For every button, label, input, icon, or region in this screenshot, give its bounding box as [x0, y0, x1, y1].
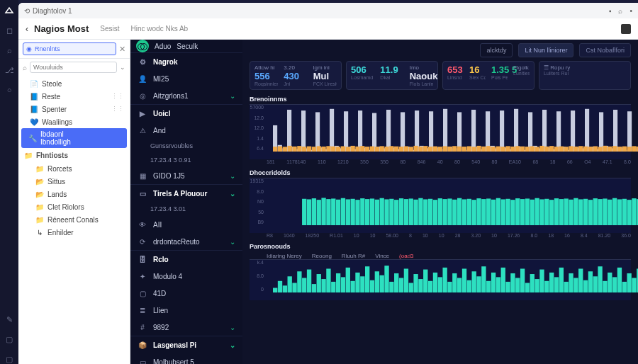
- metric-sublabel: FCX Liresiton: [313, 81, 337, 86]
- svg-rect-171: [355, 200, 359, 225]
- back-icon[interactable]: ‹: [26, 24, 28, 34]
- nav-group-header[interactable]: 📦Lasgenasl Pi⌄: [130, 336, 242, 353]
- edit-icon[interactable]: ✎: [4, 314, 14, 324]
- metric-card: 653Linsnd Non16Siex Colund Ned1.35 5Pols…: [442, 61, 535, 90]
- tree-subitem[interactable]: ↳Enhilder: [18, 226, 130, 239]
- svg-rect-106: [409, 147, 413, 152]
- svg-rect-228: [632, 198, 636, 225]
- chevron-down-icon[interactable]: ⌄: [120, 64, 125, 71]
- nav-item[interactable]: 👤MI25: [130, 70, 242, 87]
- browser-tab[interactable]: ⟲ Diaghtolov 1: [24, 7, 72, 15]
- brand-logo-icon[interactable]: [136, 40, 149, 52]
- svg-rect-301: [617, 268, 622, 292]
- tree-item-label: Rorcets: [47, 165, 72, 173]
- tree-item-selected[interactable]: 🔧IbdaonlIbndolligh: [21, 128, 127, 148]
- svg-rect-245: [346, 268, 350, 292]
- svg-rect-194: [467, 199, 471, 225]
- svg-rect-18: [358, 110, 362, 152]
- svg-rect-196: [476, 198, 481, 225]
- svg-rect-140: [573, 147, 578, 152]
- svg-rect-275: [491, 273, 496, 292]
- more-icon[interactable]: •: [629, 7, 632, 15]
- nav-item[interactable]: 👁AII: [130, 216, 242, 233]
- svg-rect-278: [505, 282, 510, 292]
- svg-rect-27: [401, 112, 405, 152]
- action-button-1[interactable]: Lit Nun lliniorer: [518, 43, 573, 57]
- dot-icon[interactable]: ○: [4, 85, 14, 95]
- nav-group-header[interactable]: 🗄Rclo: [130, 251, 242, 268]
- tree-section-header[interactable]: 📁Fhntiosts: [18, 148, 130, 162]
- nav-link-seculk[interactable]: Seculk: [177, 42, 198, 50]
- nav-item[interactable]: ✦Modulo 4: [130, 268, 242, 285]
- chevron-down-icon: ⌄: [230, 172, 235, 180]
- svg-rect-145: [598, 147, 602, 152]
- svg-rect-100: [380, 146, 384, 152]
- svg-rect-57: [542, 110, 547, 152]
- svg-rect-103: [394, 147, 398, 152]
- svg-rect-293: [578, 268, 583, 292]
- nav-group-header[interactable]: ▭Tirels A Plouour⌄: [130, 185, 242, 202]
- svg-rect-141: [578, 146, 583, 152]
- tree-subitem[interactable]: 📁Réneent Conals: [18, 213, 130, 226]
- svg-rect-230: [273, 288, 277, 292]
- svg-rect-299: [608, 273, 612, 292]
- grip-icon[interactable]: ⋮⋮: [111, 106, 124, 113]
- crumb-2[interactable]: Hinc wodc Nks Ab: [131, 25, 189, 33]
- nav-group-header[interactable]: ⚙Nagrok: [130, 53, 242, 70]
- svg-rect-241: [326, 268, 330, 292]
- action-button-2[interactable]: Cst Nobaflfori: [579, 43, 631, 57]
- tree-subitem[interactable]: 📁Clet Riolors: [18, 200, 130, 213]
- nav-item[interactable]: ≣Llien: [130, 302, 242, 319]
- pkg-icon: 📦: [138, 340, 147, 350]
- tree-item[interactable]: 💙Waaliings: [18, 115, 130, 128]
- svg-rect-102: [389, 146, 393, 152]
- metric-sublabel: Rogsinnieri: [254, 81, 278, 86]
- nav-item-label: And: [153, 127, 166, 135]
- zoom-icon[interactable]: ⌕: [618, 7, 622, 15]
- nav-item[interactable]: ⟳drdontacReuto⌄: [130, 233, 242, 250]
- nav-item[interactable]: ▦GIDO 1J5⌄: [130, 167, 242, 184]
- nav-item[interactable]: ▢41D: [130, 285, 242, 302]
- crumb-1[interactable]: Sesist: [100, 25, 119, 33]
- svg-rect-90: [331, 147, 335, 152]
- topbar-square-icon[interactable]: [621, 24, 631, 34]
- tree-item[interactable]: 📄Steole: [18, 77, 130, 90]
- nav-item[interactable]: ▭Molbubsert 5: [130, 353, 242, 364]
- box1-icon[interactable]: ▢: [4, 334, 14, 344]
- svg-rect-89: [326, 146, 330, 152]
- tree-subitem[interactable]: 📁Rorcets: [18, 162, 130, 175]
- search-icon[interactable]: ⌕: [4, 45, 14, 55]
- tree-item[interactable]: 📘Spenter⋮⋮: [18, 103, 130, 115]
- filter-box[interactable]: ◉ Rnenlnts: [23, 42, 116, 55]
- metric-sublabel: Pols Peniiilons: [491, 75, 508, 80]
- close-icon[interactable]: ✕: [119, 45, 125, 54]
- tree-subitem[interactable]: 📂Sittus: [18, 175, 130, 188]
- sq-icon: ▢: [138, 288, 147, 298]
- nav-item[interactable]: ◎Aitzgrlons1⌄: [130, 87, 242, 104]
- tree: 📄Steole📘Reste⋮⋮📘Spenter⋮⋮💙Waaliings🔧Ibda…: [18, 76, 130, 364]
- nav-item[interactable]: #9892⌄: [130, 319, 242, 336]
- tree-item[interactable]: 📘Reste⋮⋮: [18, 90, 130, 103]
- svg-rect-108: [418, 147, 422, 152]
- logo-icon[interactable]: [4, 6, 14, 16]
- grip-icon[interactable]: ⋮⋮: [111, 93, 124, 100]
- panel-icon[interactable]: ▪: [609, 7, 612, 15]
- nav-item[interactable]: ⚠And: [130, 122, 242, 139]
- svg-rect-122: [486, 146, 491, 152]
- svg-rect-107: [413, 146, 418, 152]
- svg-rect-269: [462, 268, 466, 292]
- svg-rect-217: [578, 199, 583, 225]
- svg-rect-243: [336, 273, 340, 292]
- branch-icon[interactable]: ⎇: [4, 65, 14, 75]
- svg-rect-82: [292, 147, 296, 152]
- box2-icon[interactable]: ▢: [4, 354, 14, 364]
- nav-link-aduo[interactable]: Aduo: [155, 42, 171, 50]
- svg-rect-120: [476, 146, 481, 152]
- nav-group-label: Lasgenasl Pi: [153, 341, 196, 349]
- tree-subitem[interactable]: 📂Lands: [18, 188, 130, 200]
- home-icon[interactable]: ◻: [4, 25, 14, 35]
- nav-group-header[interactable]: ▶Uoicl: [130, 105, 242, 122]
- nav-subtext: 17.23.4 3.01: [130, 202, 242, 216]
- search-input[interactable]: [30, 62, 117, 73]
- svg-rect-181: [404, 199, 408, 225]
